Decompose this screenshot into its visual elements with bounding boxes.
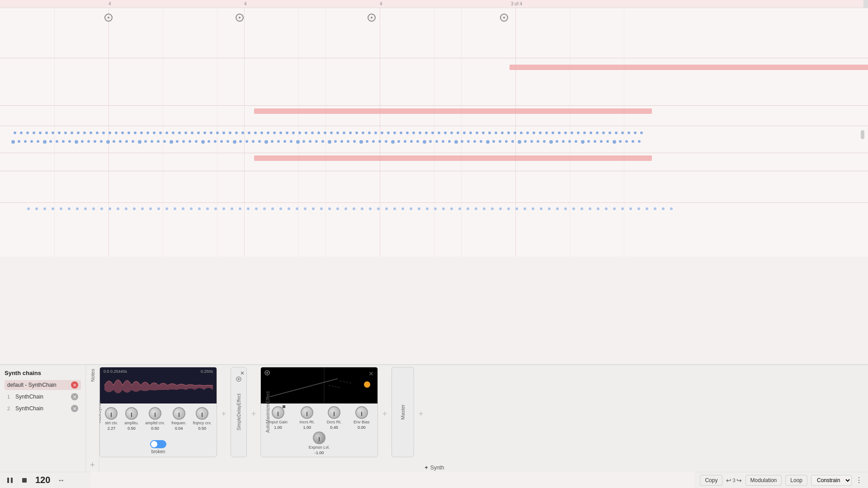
dot-r2-41 xyxy=(271,140,274,143)
dot-r1-89 xyxy=(577,131,580,134)
dot-r2-32 xyxy=(214,140,217,143)
knob-incrs-rt-control[interactable] xyxy=(301,406,313,419)
dot-r2-84 xyxy=(543,140,546,143)
clip-3[interactable] xyxy=(254,155,652,161)
chain-2-num: 2 xyxy=(7,406,15,411)
chain-item-default[interactable]: default - SynthChain ✕ xyxy=(5,380,81,390)
knob-dcrs-rt-control[interactable] xyxy=(328,406,340,419)
simple-delay-close[interactable]: ✕ xyxy=(240,370,245,376)
knob-ampltd-crv: ampltd crv. 0.50 xyxy=(145,407,165,438)
constrain-select[interactable]: Constrain xyxy=(811,475,852,486)
marker-circle-2 xyxy=(236,14,244,22)
clip-1[interactable] xyxy=(509,65,868,70)
kick-toggle[interactable] xyxy=(150,440,166,448)
dot-r2-67 xyxy=(435,140,438,143)
dot-r1-28 xyxy=(191,131,193,134)
dot-r2-35 xyxy=(233,140,236,144)
dot-r2-61 xyxy=(397,140,400,143)
dot-r3-44 xyxy=(385,207,388,210)
redo-btn[interactable]: ↪ xyxy=(736,477,742,484)
chain-1-label: SynthChain xyxy=(15,394,71,400)
dot-r3-54 xyxy=(467,207,469,210)
dot-r1-20 xyxy=(140,131,143,134)
add-notes-btn[interactable]: + xyxy=(90,460,95,470)
knob-env-bias-control[interactable] xyxy=(355,406,368,419)
notes-panel: Notes + xyxy=(86,365,99,472)
dot-r1-53 xyxy=(349,131,352,134)
dot-r1-39 xyxy=(260,131,263,134)
chain-item-1[interactable]: 1 SynthChain ✕ xyxy=(5,392,81,402)
dot-r1-84 xyxy=(545,131,548,134)
dot-r2-94 xyxy=(606,140,609,143)
dot-r3-49 xyxy=(426,207,429,210)
auto-max-svg xyxy=(261,367,378,404)
dot-r2-15 xyxy=(106,140,110,144)
more-btn[interactable]: ⋮ xyxy=(855,476,863,484)
dot-r2-31 xyxy=(208,140,210,143)
dot-r1-49 xyxy=(324,131,326,134)
dot-r2-90 xyxy=(581,140,585,144)
dot-r2-68 xyxy=(442,140,444,143)
scrollbar-thumb[interactable] xyxy=(861,130,864,139)
dot-r1-95 xyxy=(615,131,618,134)
dot-r1-55 xyxy=(362,131,364,134)
dot-r3-57 xyxy=(491,207,494,210)
svg-line-6 xyxy=(270,379,338,397)
play-btn[interactable] xyxy=(5,475,15,486)
knob-ampltd-crv-control[interactable] xyxy=(149,407,161,420)
loop-btn[interactable]: Loop xyxy=(785,475,807,486)
auto-max-close[interactable]: ✕ xyxy=(368,370,374,377)
chain-2-close[interactable]: ✕ xyxy=(71,405,78,412)
dot-r1-67 xyxy=(438,131,440,134)
knob-input-gain: Input Gain 1.00 xyxy=(269,406,288,430)
knob-env-bias: Env Bias 0.00 xyxy=(354,406,370,430)
chain-item-2[interactable]: 2 SynthChain ✕ xyxy=(5,404,81,413)
dot-r2-92 xyxy=(594,140,596,143)
knob-expnsn-lvl-control[interactable] xyxy=(313,432,326,444)
dot-r3-11 xyxy=(117,207,119,210)
clip-2[interactable] xyxy=(254,108,652,114)
dot-r3-17 xyxy=(165,207,168,210)
dot-r1-61 xyxy=(400,131,402,134)
dot-r2-0 xyxy=(11,140,15,144)
knob-frequen-control[interactable] xyxy=(173,407,185,420)
copy-btn[interactable]: Copy xyxy=(700,475,722,486)
dot-r2-87 xyxy=(562,140,565,143)
auto-max-extra-knob-area: Expnsn Lvl. -1.00 xyxy=(261,431,377,456)
undo-btn[interactable]: ↩ xyxy=(726,477,731,484)
knob-frequen: frequen. 0.04 xyxy=(171,407,186,438)
dot-r2-96 xyxy=(619,140,622,143)
dot-r3-63 xyxy=(540,207,542,210)
knob-strt-ctv: strt ctv. 2.27 xyxy=(105,407,118,438)
arrows-btn[interactable]: ↔ xyxy=(56,475,66,486)
dot-r1-74 xyxy=(482,131,485,134)
sequencer-area[interactable]: (function() { var row = document.current… xyxy=(0,8,868,257)
dot-r2-75 xyxy=(486,140,490,144)
dot-r1-82 xyxy=(533,131,535,134)
chain-1-close[interactable]: ✕ xyxy=(71,393,78,400)
knob-frqncy-crv-control[interactable] xyxy=(196,407,208,420)
stop-btn[interactable] xyxy=(19,475,30,486)
dot-r2-3 xyxy=(30,140,33,143)
dot-r1-16 xyxy=(115,131,118,134)
dot-r1-59 xyxy=(387,131,390,134)
kick-synth-panel: ✕ 0.0 0.25440s 0.250s xyxy=(99,367,217,457)
svg-point-3 xyxy=(238,378,240,380)
dot-r1-64 xyxy=(419,131,421,134)
dot-r2-58 xyxy=(378,140,381,143)
dot-r1-11 xyxy=(83,131,86,134)
knob-input-gain-control[interactable] xyxy=(272,406,284,419)
dot-r2-40 xyxy=(264,140,268,144)
knob-strt-ctv-control[interactable] xyxy=(105,407,118,420)
transport-bar: 120 ↔ xyxy=(0,472,90,488)
dot-r3-59 xyxy=(507,207,510,210)
modulation-btn[interactable]: Modulation xyxy=(745,475,782,486)
dot-r1-46 xyxy=(305,131,307,134)
bottom-panel: Synth chains default - SynthChain ✕ 1 Sy… xyxy=(0,364,868,472)
chain-default-close[interactable]: ✕ xyxy=(71,381,78,389)
knob-amplitu-control[interactable] xyxy=(125,407,138,420)
dot-r1-87 xyxy=(564,131,567,134)
dot-r1-23 xyxy=(159,131,162,134)
dot-r3-20 xyxy=(190,207,193,210)
dot-r1-36 xyxy=(241,131,244,134)
